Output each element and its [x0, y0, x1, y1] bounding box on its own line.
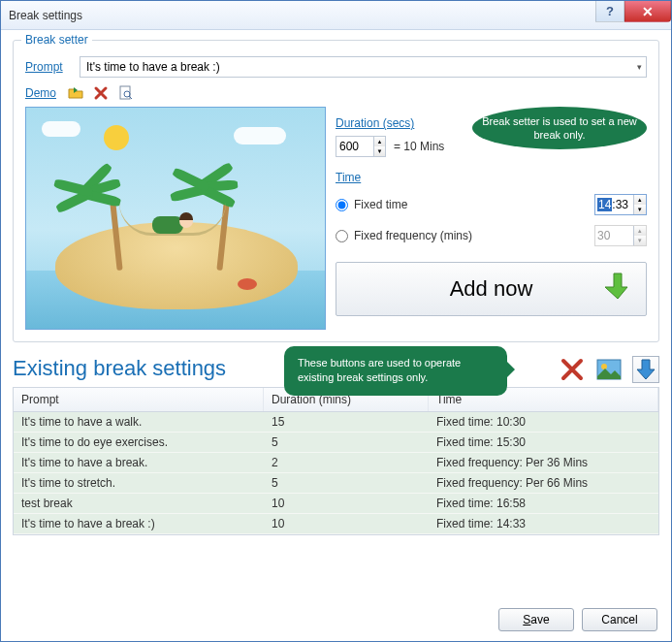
- existing-toolbar: [559, 356, 659, 383]
- titlebar: Break settings ? ✕: [1, 1, 671, 30]
- duration-input[interactable]: [336, 137, 373, 156]
- cell-prompt: It's time to have a walk.: [14, 412, 264, 432]
- col-prompt[interactable]: Prompt: [14, 388, 264, 411]
- delete-break-button[interactable]: [559, 356, 586, 383]
- setter-tooltip: Break setter is used to set a new break …: [472, 107, 647, 149]
- cell-duration: 10: [264, 514, 429, 533]
- main-row: Break setter is used to set a new break …: [25, 107, 647, 330]
- preview-page-icon[interactable]: [118, 85, 134, 101]
- window: Break settings ? ✕ Break setter Prompt I…: [0, 0, 672, 642]
- down-arrow-icon: [605, 272, 630, 306]
- cell-time: Fixed frequency: Per 36 Mins: [429, 453, 658, 472]
- cell-duration: 5: [264, 433, 429, 452]
- duration-spinner[interactable]: ▲▼: [336, 136, 386, 157]
- break-setter-group: Break setter Prompt It's time to have a …: [13, 40, 659, 342]
- demo-label: Demo: [25, 86, 56, 100]
- time-hour[interactable]: 14: [597, 198, 612, 211]
- fixed-freq-spinner[interactable]: 30 ▲▼: [594, 225, 647, 246]
- open-file-icon[interactable]: [68, 85, 83, 101]
- content-area: Break setter Prompt It's time to have a …: [1, 30, 671, 545]
- svg-point-3: [601, 364, 607, 369]
- fixed-time-spinner[interactable]: 14:33 ▲▼: [594, 194, 647, 215]
- table-row[interactable]: It's time to do eye exercises.5Fixed tim…: [14, 433, 658, 453]
- table-row[interactable]: It's time to have a break.2Fixed frequen…: [14, 453, 658, 473]
- cell-time: Fixed time: 14:33: [429, 514, 658, 533]
- break-table: Prompt Duration (mins) Time It's time to…: [13, 387, 659, 535]
- fixed-freq-label: Fixed frequency (mins): [354, 229, 589, 242]
- footer: Save Cancel: [498, 608, 657, 631]
- spinner-arrows[interactable]: ▲▼: [373, 137, 385, 156]
- duration-eq: = 10 Mins: [394, 140, 444, 153]
- table-row[interactable]: It's time to stretch.5Fixed frequency: P…: [14, 473, 658, 494]
- prompt-combo[interactable]: It's time to have a break :): [80, 56, 647, 78]
- cell-time: Fixed time: 16:58: [429, 494, 658, 513]
- break-setter-legend: Break setter: [21, 33, 92, 47]
- table-row[interactable]: It's time to have a walk.15Fixed time: 1…: [14, 412, 658, 433]
- window-title: Break settings: [9, 9, 82, 22]
- cell-prompt: It's time to have a break.: [14, 453, 264, 472]
- image-button[interactable]: [595, 356, 623, 383]
- time-arrows[interactable]: ▲▼: [633, 195, 646, 214]
- cell-prompt: It's time to have a break :): [14, 514, 264, 533]
- move-down-button[interactable]: [632, 356, 659, 383]
- fixed-time-row: Fixed time 14:33 ▲▼: [336, 194, 647, 215]
- cell-time: Fixed frequency: Per 66 Mins: [429, 473, 658, 493]
- cell-duration: 2: [264, 453, 429, 472]
- image-preview: [25, 107, 326, 330]
- cancel-button[interactable]: Cancel: [582, 608, 657, 631]
- fixed-time-radio[interactable]: [336, 199, 348, 211]
- add-now-button[interactable]: Add now: [336, 262, 647, 316]
- fixed-freq-radio[interactable]: [336, 230, 348, 242]
- add-now-label: Add now: [450, 276, 533, 302]
- window-buttons: ? ✕: [595, 1, 671, 22]
- table-row[interactable]: test break10Fixed time: 16:58: [14, 494, 658, 514]
- cell-prompt: test break: [14, 494, 264, 513]
- settings-column: Break setter is used to set a new break …: [336, 107, 647, 330]
- delete-icon[interactable]: [93, 85, 109, 101]
- cell-duration: 15: [264, 412, 429, 432]
- demo-row: Demo: [25, 85, 647, 101]
- cell-prompt: It's time to do eye exercises.: [14, 433, 264, 452]
- cell-time: Fixed time: 10:30: [429, 412, 658, 432]
- close-button[interactable]: ✕: [624, 1, 671, 22]
- existing-heading: Existing break settings: [13, 356, 226, 381]
- time-rest[interactable]: :33: [612, 198, 628, 211]
- existing-tooltip: These buttons are used to operate existi…: [284, 346, 507, 396]
- time-label: Time: [336, 171, 647, 184]
- prompt-label: Prompt: [25, 60, 80, 74]
- fixed-time-label: Fixed time: [354, 198, 589, 211]
- prompt-value: It's time to have a break :): [86, 60, 220, 74]
- cell-time: Fixed time: 15:30: [429, 433, 658, 452]
- prompt-row: Prompt It's time to have a break :): [25, 56, 647, 78]
- cell-duration: 10: [264, 494, 429, 513]
- save-button[interactable]: Save: [498, 608, 574, 631]
- cell-duration: 5: [264, 473, 429, 493]
- freq-value: 30: [595, 226, 633, 245]
- cell-prompt: It's time to stretch.: [14, 473, 264, 493]
- table-body: It's time to have a walk.15Fixed time: 1…: [14, 412, 658, 534]
- existing-header: Existing break settings These buttons ar…: [13, 356, 659, 381]
- fixed-freq-row: Fixed frequency (mins) 30 ▲▼: [336, 225, 647, 246]
- help-button[interactable]: ?: [595, 1, 624, 22]
- table-row[interactable]: It's time to have a break :)10Fixed time…: [14, 514, 658, 534]
- freq-arrows[interactable]: ▲▼: [633, 226, 646, 245]
